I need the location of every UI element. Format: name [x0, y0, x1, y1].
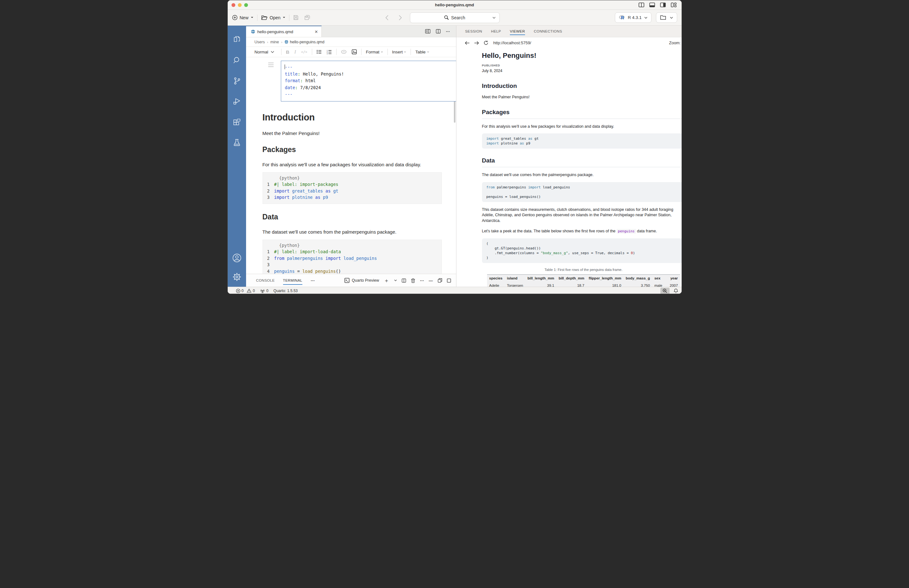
format-toolbar: Normal B I </> 123	[246, 47, 456, 57]
ports-status[interactable]: 0	[260, 289, 268, 293]
run-debug-icon[interactable]	[233, 97, 241, 106]
notifications-bell-icon[interactable]	[673, 288, 678, 293]
customize-layout-icon[interactable]	[671, 3, 676, 7]
minimize-panel-icon[interactable]: —	[429, 278, 433, 283]
insert-menu[interactable]: Insert	[392, 50, 406, 54]
toggle-sidebar-icon[interactable]	[639, 3, 644, 7]
doc-paragraph-peek: Let's take a peek at the data. The table…	[482, 229, 682, 234]
italic-button[interactable]: I	[294, 49, 296, 55]
settings-gear-icon[interactable]	[232, 272, 242, 282]
viewer-back-icon[interactable]	[464, 41, 470, 45]
open-file-button[interactable]: Open	[261, 15, 285, 20]
rendered-document[interactable]: Hello, Penguins! PUBLISHED July 8, 2024 …	[456, 48, 682, 287]
account-icon[interactable]	[232, 253, 242, 263]
new-file-button[interactable]: New	[232, 15, 253, 20]
console-tab[interactable]: CONSOLE	[256, 274, 275, 287]
zoom-in-status-icon[interactable]	[660, 288, 670, 294]
panel-more-actions-icon[interactable]: ⋯	[420, 278, 424, 283]
table-column-header: island	[505, 275, 525, 282]
terminal-tab[interactable]: TERMINAL	[283, 274, 302, 287]
editor-code-cell-import-load-data[interactable]: {python} 1#| label: import-load-data2fro…	[262, 240, 442, 274]
open-preview-icon[interactable]	[425, 29, 430, 34]
session-tab[interactable]: SESSION	[465, 26, 482, 37]
save-icon[interactable]	[293, 15, 299, 20]
block-drag-handle-icon[interactable]	[268, 63, 273, 68]
nav-forward-icon[interactable]	[398, 15, 402, 21]
doc-paragraph: Meet the Palmer Penguins!	[482, 95, 682, 100]
close-tab-icon[interactable]: ✕	[315, 29, 318, 34]
doc-heading-packages: Packages	[482, 109, 682, 119]
viewer-nav-bar: http://localhost:5759/ Zoom: (Auto)	[456, 37, 682, 48]
split-terminal-icon[interactable]	[402, 278, 406, 283]
editor-code-cell-import-packages[interactable]: {python} 1#| label: import-packages2impo…	[262, 172, 442, 204]
viewer-forward-icon[interactable]	[474, 41, 479, 45]
link-button[interactable]	[341, 50, 347, 54]
editor-tab[interactable]: hello-penguins.qmd ✕	[246, 26, 322, 37]
nav-back-icon[interactable]	[385, 15, 389, 21]
chevron-right-icon: ›	[281, 40, 283, 44]
table-column-header: year	[667, 275, 680, 282]
close-window-button[interactable]	[231, 3, 235, 7]
viewer-zoom-select[interactable]: Zoom: (Auto)	[669, 40, 682, 45]
breadcrumb: Users › mine › hello-penguins.qmd	[246, 37, 456, 47]
panel-more-tabs-icon[interactable]: ⋯	[311, 278, 315, 283]
connections-tab[interactable]: CONNECTIONS	[534, 26, 562, 37]
table-column-header: species	[487, 275, 505, 282]
save-all-icon[interactable]	[304, 15, 310, 20]
quarto-version-status[interactable]: Quarto: 1.5.53	[273, 289, 298, 293]
format-menu[interactable]: Format	[366, 50, 383, 54]
more-actions-icon[interactable]: ⋯	[446, 29, 450, 34]
kill-terminal-icon[interactable]	[411, 278, 415, 283]
quarto-file-icon	[285, 40, 288, 44]
editor-heading-data: Data	[262, 213, 456, 221]
doc-published-label: PUBLISHED	[482, 64, 682, 67]
folder-icon	[660, 15, 666, 20]
doc-heading-data: Data	[482, 157, 682, 167]
editor-paragraph: Meet the Palmer Penguins!	[262, 131, 456, 136]
viewer-reload-icon[interactable]	[484, 40, 488, 45]
maximize-panel-icon[interactable]	[447, 278, 451, 283]
bullet-list-button[interactable]	[317, 50, 322, 54]
yaml-lines: ---title: Hello, Penguins!format: htmlda…	[285, 64, 456, 98]
doc-code-block-load-data: from palmerpenguins import load_penguins…	[482, 182, 682, 202]
extensions-icon[interactable]	[233, 118, 241, 126]
table-caption: Table 1: First five rows of the penguins…	[482, 268, 682, 271]
numbered-list-button[interactable]: 123	[327, 50, 332, 54]
search-scope-chevron-icon[interactable]	[492, 17, 496, 19]
table-menu[interactable]: Table	[415, 50, 429, 54]
minimize-window-button[interactable]	[238, 3, 242, 7]
folder-open-icon	[261, 15, 268, 20]
explorer-icon[interactable]	[233, 36, 241, 44]
editor-tab-bar: hello-penguins.qmd ✕ ⋯	[246, 26, 456, 37]
yaml-front-matter[interactable]: ---title: Hello, Penguins!format: htmlda…	[281, 61, 456, 102]
testing-flask-icon[interactable]	[233, 139, 241, 147]
search-sidebar-icon[interactable]	[233, 56, 241, 65]
paragraph-style-select[interactable]: Normal	[255, 50, 275, 54]
toggle-secondary-sidebar-icon[interactable]	[660, 3, 666, 7]
breadcrumb-item[interactable]: mine	[270, 40, 279, 44]
window-controls	[231, 3, 248, 7]
viewer-tab[interactable]: VIEWER	[510, 26, 525, 37]
search-input[interactable]: Search	[410, 12, 500, 23]
terminal-profile-chevron-icon[interactable]	[394, 279, 397, 281]
editor-content[interactable]: ---title: Hello, Penguins!format: htmlda…	[246, 57, 456, 274]
viewer-url[interactable]: http://localhost:5759/	[493, 40, 531, 45]
split-editor-icon[interactable]	[436, 29, 441, 34]
source-control-icon[interactable]	[233, 77, 241, 85]
quarto-preview-terminal[interactable]: Quarto Preview	[345, 278, 379, 283]
doc-paragraph: This dataset contains size measurements,…	[482, 207, 682, 224]
workspace-folder-selector[interactable]	[656, 12, 677, 23]
maximize-window-button[interactable]	[244, 3, 248, 7]
new-terminal-icon[interactable]: ＋	[384, 277, 389, 284]
table-column-header: bill_depth_mm	[556, 275, 586, 282]
toggle-panel-icon[interactable]	[649, 3, 655, 7]
problems-status[interactable]: 0 0	[236, 289, 255, 293]
restore-panel-icon[interactable]	[438, 278, 442, 283]
breadcrumb-item[interactable]: Users	[255, 40, 265, 44]
interpreter-selector[interactable]: R R 4.3.1	[615, 12, 652, 23]
bold-button[interactable]: B	[286, 49, 290, 55]
image-button[interactable]	[352, 49, 357, 54]
breadcrumb-file[interactable]: hello-penguins.qmd	[285, 40, 325, 44]
help-tab[interactable]: HELP	[491, 26, 501, 37]
code-button[interactable]: </>	[301, 50, 307, 54]
